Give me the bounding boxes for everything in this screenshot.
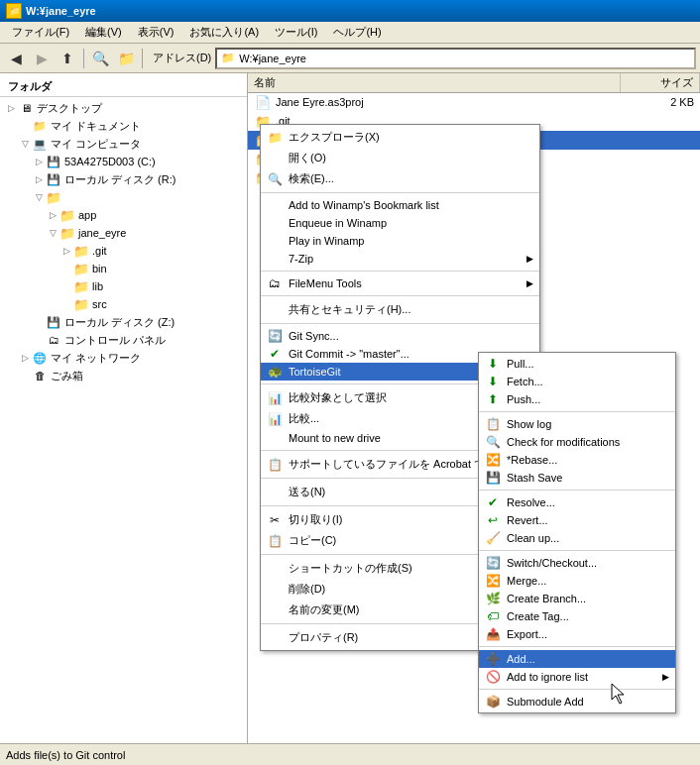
sub-cleanup[interactable]: 🧹 Clean up... [479, 529, 675, 547]
ctx-shortcut-label: ショートカットの作成(S) [289, 561, 412, 576]
tree-toggle-jane-eyre[interactable]: ▽ [46, 226, 59, 240]
tree-item-bin[interactable]: 📁 bin [0, 260, 247, 277]
sub-show-log[interactable]: 📋 Show log [479, 415, 675, 433]
sub-pull[interactable]: ⬇ Pull... [479, 355, 675, 373]
tree-toggle-driveC[interactable]: ▷ [32, 155, 46, 168]
tree-item-app[interactable]: ▷ 📁 app [0, 206, 247, 224]
ctx-open-label: 開く(O) [289, 151, 326, 165]
sub-check-mod[interactable]: 🔍 Check for modifications [479, 433, 675, 451]
sub-revert[interactable]: ↩ Revert... [479, 511, 675, 529]
tree-item-controlpanel[interactable]: 🗂 コントロール パネル [0, 331, 247, 349]
ctx-play-winamp-label: Play in Winamp [289, 235, 364, 247]
ctx-search[interactable]: 🔍 検索(E)... [261, 168, 539, 189]
search-button[interactable]: 🔍 [88, 47, 112, 70]
tree-item-git[interactable]: ▷ 📁 .git [0, 242, 247, 260]
tree-item-mynetwork[interactable]: ▷ 🌐 マイ ネットワーク [0, 349, 247, 367]
col-header-size[interactable]: サイズ [621, 73, 700, 92]
tree-toggle-driveW[interactable]: ▽ [32, 190, 46, 204]
file-name-as3proj: Jane Eyre.as3proj [276, 96, 615, 108]
ctx-share[interactable]: 共有とセキュリティ(H)... [261, 299, 539, 320]
sub-stash[interactable]: 💾 Stash Save [479, 469, 675, 487]
tree-toggle-src[interactable] [59, 297, 73, 311]
sub-submodule-add[interactable]: 📦 Submodule Add [479, 693, 675, 710]
menu-favorites[interactable]: お気に入り(A) [181, 23, 267, 42]
tree-item-driveW[interactable]: ▽ 📁 [0, 188, 247, 206]
ctx-diff-icon: 📊 [267, 411, 283, 427]
menu-tools[interactable]: ツール(I) [267, 23, 325, 42]
tree-toggle-app[interactable]: ▷ [46, 208, 59, 222]
tree-item-driveR[interactable]: ▷ 💾 ローカル ディスク (R:) [0, 170, 247, 188]
ctx-explorer[interactable]: 📁 エクスプローラ(X) [261, 127, 539, 148]
menu-view[interactable]: 表示(V) [130, 23, 182, 42]
trash-icon: 🗑 [32, 368, 48, 383]
src-icon: 📁 [73, 296, 89, 312]
sub-switch[interactable]: 🔄 Switch/Checkout... [479, 554, 675, 572]
menu-file[interactable]: ファイル(F) [4, 23, 77, 42]
app-icon: 📁 [59, 207, 75, 223]
ctx-winamp-bookmark-icon [267, 197, 283, 213]
sub-rebase-label: *Rebase... [507, 454, 557, 466]
ctx-enqueue[interactable]: Enqueue in Winamp [261, 214, 539, 232]
tree-item-jane-eyre[interactable]: ▽ 📁 jane_eyre [0, 224, 247, 242]
tree-label-bin: bin [92, 263, 107, 274]
tree-item-mycomputer[interactable]: ▽ 💻 マイ コンピュータ [0, 135, 247, 153]
sub-export-label: Export... [507, 628, 547, 640]
tree-toggle-trash[interactable] [18, 369, 32, 382]
sub-rebase[interactable]: 🔀 *Rebase... [479, 451, 675, 469]
sub-merge[interactable]: 🔀 Merge... [479, 572, 675, 590]
back-button[interactable]: ◀ [4, 47, 28, 70]
col-header-name[interactable]: 名前 [248, 73, 621, 92]
ctx-7zip[interactable]: 7-Zip [261, 250, 539, 268]
sub-switch-label: Switch/Checkout... [507, 557, 597, 569]
ctx-play-winamp[interactable]: Play in Winamp [261, 232, 539, 250]
tree-item-src[interactable]: 📁 src [0, 295, 247, 313]
tree-item-desktop[interactable]: ▷ 🖥 デスクトップ [0, 99, 247, 117]
status-text: Adds file(s) to Git control [6, 749, 125, 761]
tree-toggle-mycomputer[interactable]: ▽ [18, 137, 32, 151]
forward-button[interactable]: ▶ [30, 47, 54, 70]
tree-item-driveC[interactable]: ▷ 💾 53A4275D003 (C:) [0, 153, 247, 170]
tree-toggle-mynetwork[interactable]: ▷ [18, 351, 32, 365]
sidebar-header: フォルダ [0, 77, 247, 97]
tree-toggle-bin[interactable] [59, 262, 73, 275]
ctx-filemenu-label: FileMenu Tools [289, 277, 362, 289]
ctx-git-sync[interactable]: 🔄 Git Sync... [261, 327, 539, 345]
sub-resolve-icon: ✔ [485, 494, 501, 510]
menu-help[interactable]: ヘルプ(H) [325, 23, 389, 42]
sub-export[interactable]: 📤 Export... [479, 625, 675, 643]
ctx-winamp-bookmark[interactable]: Add to Winamp's Bookmark list [261, 196, 539, 214]
sub-resolve[interactable]: ✔ Resolve... [479, 493, 675, 511]
tree-toggle-driveR[interactable]: ▷ [32, 172, 46, 186]
sub-add-ignore[interactable]: 🚫 Add to ignore list [479, 668, 675, 686]
tree-toggle-mydocs[interactable] [18, 119, 32, 133]
tree-label-mydocs: マイ ドキュメント [51, 119, 141, 134]
ctx-search-label: 検索(E)... [289, 171, 334, 186]
up-button[interactable]: ⬆ [56, 47, 79, 70]
address-input[interactable]: 📁 W:¥jane_eyre [215, 48, 696, 69]
sub-push[interactable]: ⬆ Push... [479, 390, 675, 408]
tree-item-trash[interactable]: 🗑 ごみ箱 [0, 367, 247, 384]
ctx-7zip-label: 7-Zip [289, 253, 313, 265]
sub-cleanup-label: Clean up... [507, 532, 559, 544]
sub-fetch[interactable]: ⬇ Fetch... [479, 373, 675, 390]
ctx-acrobat-icon: 📋 [267, 457, 283, 473]
folders-button[interactable]: 📁 [114, 47, 138, 70]
ctx-filemenu[interactable]: 🗂 FileMenu Tools [261, 274, 539, 292]
tree-toggle-git[interactable]: ▷ [59, 244, 73, 258]
ctx-cut-label: 切り取り(I) [289, 512, 342, 527]
tree-toggle-controlpanel[interactable] [32, 333, 46, 347]
title-bar: 📁 W:¥jane_eyre [0, 0, 700, 22]
sub-add[interactable]: ➕ Add... [479, 650, 675, 668]
tree-toggle-desktop[interactable]: ▷ [4, 101, 18, 115]
file-row-as3proj[interactable]: 📄 Jane Eyre.as3proj 2 KB [248, 93, 700, 112]
tree-toggle-lib[interactable] [59, 279, 73, 293]
sub-create-tag[interactable]: 🏷 Create Tag... [479, 607, 675, 625]
tree-item-lib[interactable]: 📁 lib [0, 277, 247, 295]
tree-item-mydocs[interactable]: 📁 マイ ドキュメント [0, 117, 247, 135]
ctx-copy-icon: 📋 [267, 533, 283, 549]
tree-item-driveZ[interactable]: 💾 ローカル ディスク (Z:) [0, 313, 247, 331]
menu-edit[interactable]: 編集(V) [77, 23, 130, 42]
ctx-open[interactable]: 開く(O) [261, 148, 539, 168]
tree-toggle-driveZ[interactable] [32, 315, 46, 329]
sub-create-branch[interactable]: 🌿 Create Branch... [479, 590, 675, 607]
